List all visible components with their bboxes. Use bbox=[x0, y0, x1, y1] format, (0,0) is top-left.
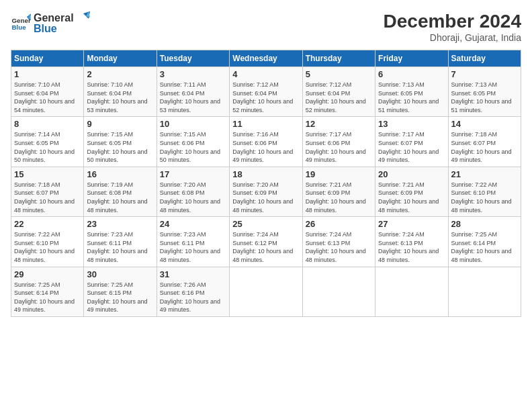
calendar-day-cell: 29 Sunrise: 7:25 AM Sunset: 6:14 PM Dayl… bbox=[11, 267, 84, 316]
calendar-day-cell: 22 Sunrise: 7:22 AM Sunset: 6:10 PM Dayl… bbox=[11, 217, 84, 267]
calendar-day-cell: 20 Sunrise: 7:21 AM Sunset: 6:09 PM Dayl… bbox=[375, 167, 448, 216]
calendar-day-cell: 31 Sunrise: 7:26 AM Sunset: 6:16 PM Dayl… bbox=[157, 267, 229, 316]
day-number: 24 bbox=[160, 219, 226, 229]
calendar-day-cell: 5 Sunrise: 7:12 AM Sunset: 6:04 PM Dayli… bbox=[302, 67, 375, 117]
calendar-day-cell: 23 Sunrise: 7:23 AM Sunset: 6:11 PM Dayl… bbox=[84, 217, 157, 267]
calendar-day-cell: 9 Sunrise: 7:15 AM Sunset: 6:05 PM Dayli… bbox=[84, 117, 157, 167]
logo-text: General Blue bbox=[34, 11, 90, 35]
calendar-day-cell: 15 Sunrise: 7:18 AM Sunset: 6:07 PM Dayl… bbox=[11, 167, 84, 216]
day-info: Sunrise: 7:24 AM Sunset: 6:13 PM Dayligh… bbox=[306, 230, 372, 264]
day-info: Sunrise: 7:13 AM Sunset: 6:05 PM Dayligh… bbox=[378, 81, 445, 114]
calendar-day-cell: 8 Sunrise: 7:14 AM Sunset: 6:05 PM Dayli… bbox=[11, 117, 84, 167]
day-info: Sunrise: 7:23 AM Sunset: 6:11 PM Dayligh… bbox=[87, 230, 153, 264]
day-info: Sunrise: 7:15 AM Sunset: 6:05 PM Dayligh… bbox=[87, 130, 153, 164]
day-number: 29 bbox=[14, 269, 81, 279]
day-info: Sunrise: 7:19 AM Sunset: 6:08 PM Dayligh… bbox=[87, 181, 153, 214]
calendar-day-cell: 25 Sunrise: 7:24 AM Sunset: 6:12 PM Dayl… bbox=[230, 217, 302, 267]
day-number: 13 bbox=[378, 119, 445, 129]
header-monday: Monday bbox=[84, 50, 157, 67]
day-info: Sunrise: 7:25 AM Sunset: 6:14 PM Dayligh… bbox=[14, 281, 81, 314]
calendar-day-cell bbox=[375, 267, 448, 316]
subtitle: Dhoraji, Gujarat, India bbox=[384, 32, 521, 43]
calendar-day-cell: 26 Sunrise: 7:24 AM Sunset: 6:13 PM Dayl… bbox=[302, 217, 375, 267]
header-sunday: Sunday bbox=[11, 50, 84, 67]
weekday-header-row: Sunday Monday Tuesday Wednesday Thursday… bbox=[11, 50, 521, 67]
calendar-day-cell: 28 Sunrise: 7:25 AM Sunset: 6:14 PM Dayl… bbox=[448, 217, 521, 267]
day-number: 23 bbox=[87, 219, 153, 229]
day-number: 2 bbox=[87, 69, 153, 79]
calendar-page: General Blue General Blue December 2024 … bbox=[0, 0, 532, 411]
calendar-week-row: 22 Sunrise: 7:22 AM Sunset: 6:10 PM Dayl… bbox=[11, 217, 521, 267]
calendar-day-cell: 1 Sunrise: 7:10 AM Sunset: 6:04 PM Dayli… bbox=[11, 67, 84, 117]
calendar-day-cell: 14 Sunrise: 7:18 AM Sunset: 6:07 PM Dayl… bbox=[448, 117, 521, 167]
day-number: 30 bbox=[87, 269, 153, 279]
calendar-day-cell: 30 Sunrise: 7:25 AM Sunset: 6:15 PM Dayl… bbox=[84, 267, 157, 316]
day-info: Sunrise: 7:18 AM Sunset: 6:07 PM Dayligh… bbox=[14, 181, 81, 214]
calendar-day-cell: 6 Sunrise: 7:13 AM Sunset: 6:05 PM Dayli… bbox=[375, 67, 448, 117]
calendar-day-cell: 17 Sunrise: 7:20 AM Sunset: 6:08 PM Dayl… bbox=[157, 167, 229, 216]
day-info: Sunrise: 7:13 AM Sunset: 6:05 PM Dayligh… bbox=[451, 81, 518, 114]
day-number: 28 bbox=[451, 219, 518, 229]
calendar-day-cell: 11 Sunrise: 7:16 AM Sunset: 6:06 PM Dayl… bbox=[230, 117, 302, 167]
day-info: Sunrise: 7:12 AM Sunset: 6:04 PM Dayligh… bbox=[232, 81, 299, 114]
day-info: Sunrise: 7:16 AM Sunset: 6:06 PM Dayligh… bbox=[232, 130, 299, 164]
header-thursday: Thursday bbox=[302, 50, 375, 67]
calendar-day-cell: 27 Sunrise: 7:24 AM Sunset: 6:13 PM Dayl… bbox=[375, 217, 448, 267]
logo-bird-icon bbox=[75, 11, 90, 26]
day-info: Sunrise: 7:22 AM Sunset: 6:10 PM Dayligh… bbox=[14, 230, 81, 264]
day-info: Sunrise: 7:25 AM Sunset: 6:15 PM Dayligh… bbox=[87, 281, 153, 314]
day-info: Sunrise: 7:12 AM Sunset: 6:04 PM Dayligh… bbox=[306, 81, 372, 114]
day-info: Sunrise: 7:17 AM Sunset: 6:06 PM Dayligh… bbox=[306, 130, 372, 164]
day-number: 17 bbox=[160, 169, 226, 179]
header-tuesday: Tuesday bbox=[157, 50, 229, 67]
svg-text:Blue: Blue bbox=[12, 24, 27, 31]
calendar-day-cell: 16 Sunrise: 7:19 AM Sunset: 6:08 PM Dayl… bbox=[84, 167, 157, 216]
page-header: General Blue General Blue December 2024 … bbox=[11, 11, 521, 43]
calendar-week-row: 15 Sunrise: 7:18 AM Sunset: 6:07 PM Dayl… bbox=[11, 167, 521, 216]
day-number: 9 bbox=[87, 119, 153, 129]
calendar-day-cell bbox=[448, 267, 521, 316]
calendar-day-cell: 7 Sunrise: 7:13 AM Sunset: 6:05 PM Dayli… bbox=[448, 67, 521, 117]
day-info: Sunrise: 7:15 AM Sunset: 6:06 PM Dayligh… bbox=[160, 130, 226, 164]
day-info: Sunrise: 7:22 AM Sunset: 6:10 PM Dayligh… bbox=[451, 181, 518, 214]
day-number: 11 bbox=[232, 119, 299, 129]
day-number: 12 bbox=[306, 119, 372, 129]
day-info: Sunrise: 7:21 AM Sunset: 6:09 PM Dayligh… bbox=[306, 181, 372, 214]
day-number: 7 bbox=[451, 69, 518, 79]
day-number: 27 bbox=[378, 219, 445, 229]
day-number: 10 bbox=[160, 119, 226, 129]
calendar-day-cell: 18 Sunrise: 7:20 AM Sunset: 6:09 PM Dayl… bbox=[230, 167, 302, 216]
day-number: 20 bbox=[378, 169, 445, 179]
day-number: 25 bbox=[232, 219, 299, 229]
day-number: 19 bbox=[306, 169, 372, 179]
calendar-day-cell: 21 Sunrise: 7:22 AM Sunset: 6:10 PM Dayl… bbox=[448, 167, 521, 216]
day-number: 31 bbox=[160, 269, 226, 279]
header-friday: Friday bbox=[375, 50, 448, 67]
calendar-day-cell bbox=[230, 267, 302, 316]
day-info: Sunrise: 7:18 AM Sunset: 6:07 PM Dayligh… bbox=[451, 130, 518, 164]
header-wednesday: Wednesday bbox=[230, 50, 302, 67]
calendar-day-cell: 12 Sunrise: 7:17 AM Sunset: 6:06 PM Dayl… bbox=[302, 117, 375, 167]
calendar-week-row: 29 Sunrise: 7:25 AM Sunset: 6:14 PM Dayl… bbox=[11, 267, 521, 316]
calendar-week-row: 1 Sunrise: 7:10 AM Sunset: 6:04 PM Dayli… bbox=[11, 67, 521, 117]
calendar-day-cell: 10 Sunrise: 7:15 AM Sunset: 6:06 PM Dayl… bbox=[157, 117, 229, 167]
logo: General Blue General Blue bbox=[11, 11, 90, 35]
calendar-week-row: 8 Sunrise: 7:14 AM Sunset: 6:05 PM Dayli… bbox=[11, 117, 521, 167]
calendar-table: Sunday Monday Tuesday Wednesday Thursday… bbox=[11, 50, 521, 317]
day-number: 14 bbox=[451, 119, 518, 129]
day-number: 3 bbox=[160, 69, 226, 79]
calendar-day-cell: 4 Sunrise: 7:12 AM Sunset: 6:04 PM Dayli… bbox=[230, 67, 302, 117]
calendar-day-cell: 3 Sunrise: 7:11 AM Sunset: 6:04 PM Dayli… bbox=[157, 67, 229, 117]
day-number: 15 bbox=[14, 169, 81, 179]
day-number: 8 bbox=[14, 119, 81, 129]
day-number: 5 bbox=[306, 69, 372, 79]
day-info: Sunrise: 7:24 AM Sunset: 6:13 PM Dayligh… bbox=[378, 230, 445, 264]
day-info: Sunrise: 7:11 AM Sunset: 6:04 PM Dayligh… bbox=[160, 81, 226, 114]
day-info: Sunrise: 7:10 AM Sunset: 6:04 PM Dayligh… bbox=[14, 81, 81, 114]
day-info: Sunrise: 7:10 AM Sunset: 6:04 PM Dayligh… bbox=[87, 81, 153, 114]
day-info: Sunrise: 7:17 AM Sunset: 6:07 PM Dayligh… bbox=[378, 130, 445, 164]
day-number: 22 bbox=[14, 219, 81, 229]
calendar-day-cell: 13 Sunrise: 7:17 AM Sunset: 6:07 PM Dayl… bbox=[375, 117, 448, 167]
logo-icon: General Blue bbox=[11, 13, 31, 33]
day-number: 18 bbox=[232, 169, 299, 179]
